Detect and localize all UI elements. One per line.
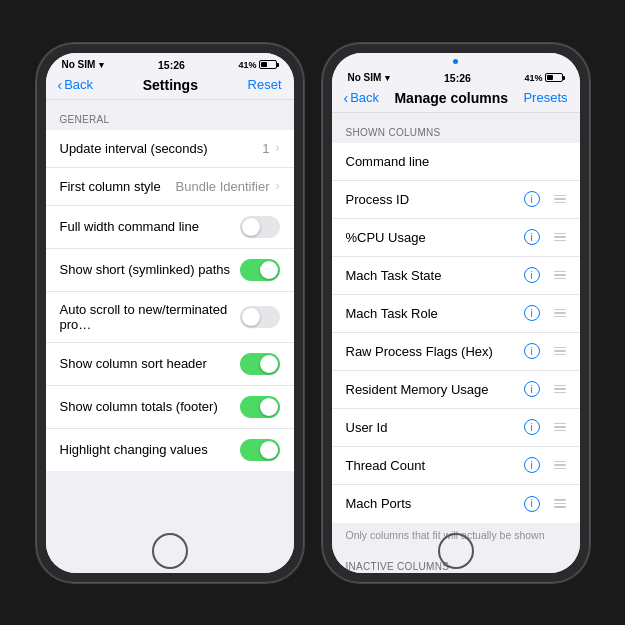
- columns-content: SHOWN COLUMNS Command line Process ID i: [332, 113, 580, 573]
- column-item[interactable]: User Id i: [332, 409, 580, 447]
- back-button-1[interactable]: ‹ Back: [58, 77, 94, 93]
- column-item[interactable]: Thread Count i: [332, 447, 580, 485]
- drag-handle-icon[interactable]: [554, 309, 566, 318]
- chevron-right-icon: ›: [276, 141, 280, 155]
- column-item[interactable]: Resident Memory Usage i: [332, 371, 580, 409]
- column-item[interactable]: Mach Task Role i: [332, 295, 580, 333]
- status-left-2: No SIM ▾: [348, 72, 391, 83]
- toggle-knob: [242, 218, 260, 236]
- drag-handle-icon[interactable]: [554, 347, 566, 356]
- list-item: Show short (symlinked) paths: [46, 249, 294, 292]
- column-label: Thread Count: [346, 458, 524, 473]
- info-button[interactable]: i: [524, 496, 540, 512]
- nav-title-1: Settings: [143, 77, 198, 93]
- column-actions: i: [524, 343, 566, 359]
- list-item: Show column sort header: [46, 343, 294, 386]
- column-label: Command line: [346, 154, 566, 169]
- drag-handle-icon[interactable]: [554, 233, 566, 242]
- presets-button[interactable]: Presets: [523, 90, 567, 105]
- toggle-sort-header[interactable]: [240, 353, 280, 375]
- item-label: Show column totals (footer): [60, 399, 240, 414]
- drag-handle-icon[interactable]: [554, 195, 566, 204]
- column-actions: i: [524, 381, 566, 397]
- column-label: Raw Process Flags (Hex): [346, 344, 524, 359]
- column-item[interactable]: Mach Ports i: [332, 485, 580, 523]
- toggle-short-paths[interactable]: [240, 259, 280, 281]
- column-actions: i: [524, 305, 566, 321]
- nav-bar-1: ‹ Back Settings Reset: [46, 73, 294, 100]
- column-item[interactable]: Process ID i: [332, 181, 580, 219]
- home-button-1[interactable]: [152, 533, 188, 569]
- drag-handle-icon[interactable]: [554, 499, 566, 508]
- list-item[interactable]: Update interval (seconds) 1 ›: [46, 130, 294, 168]
- column-item[interactable]: Command line: [332, 143, 580, 181]
- column-actions: i: [524, 457, 566, 473]
- settings-content: GENERAL Update interval (seconds) 1 › Fi…: [46, 100, 294, 573]
- info-button[interactable]: i: [524, 305, 540, 321]
- info-button[interactable]: i: [524, 191, 540, 207]
- back-chevron-1: ‹: [58, 77, 63, 93]
- battery-pct-1: 41%: [238, 60, 256, 70]
- back-button-2[interactable]: ‹ Back: [344, 90, 380, 106]
- info-button[interactable]: i: [524, 381, 540, 397]
- info-button[interactable]: i: [524, 229, 540, 245]
- nav-bar-2: ‹ Back Manage columns Presets: [332, 86, 580, 113]
- phone-settings: No SIM ▾ 15:26 41% ‹ Back Settings: [36, 43, 304, 583]
- carrier-2: No SIM: [348, 72, 382, 83]
- info-button[interactable]: i: [524, 419, 540, 435]
- back-label-2: Back: [350, 90, 379, 105]
- column-label: Mach Task State: [346, 268, 524, 283]
- info-button[interactable]: i: [524, 343, 540, 359]
- battery-fill-2: [547, 75, 553, 80]
- reset-button[interactable]: Reset: [248, 77, 282, 92]
- toggle-highlight[interactable]: [240, 439, 280, 461]
- general-header: GENERAL: [46, 100, 294, 130]
- battery-pct-2: 41%: [524, 73, 542, 83]
- toggle-knob: [260, 398, 278, 416]
- list-item: Full width command line: [46, 206, 294, 249]
- shown-header: SHOWN COLUMNS: [332, 113, 580, 143]
- toggle-knob: [260, 441, 278, 459]
- shown-columns-list: Command line Process ID i %CPU Usage: [332, 143, 580, 523]
- toggle-knob: [260, 355, 278, 373]
- phone2-screen: No SIM ▾ 15:26 41% ‹ Back Manage columns: [332, 53, 580, 573]
- column-item[interactable]: Raw Process Flags (Hex) i: [332, 333, 580, 371]
- column-label: Process ID: [346, 192, 524, 207]
- item-label: Auto scroll to new/terminated pro…: [60, 302, 240, 332]
- column-actions: i: [524, 419, 566, 435]
- status-left-1: No SIM ▾: [62, 59, 105, 70]
- item-label: Highlight changing values: [60, 442, 240, 457]
- list-item[interactable]: First column style Bundle Identifier ›: [46, 168, 294, 206]
- column-item[interactable]: Mach Task State i: [332, 257, 580, 295]
- toggle-knob: [260, 261, 278, 279]
- drag-handle-icon[interactable]: [554, 271, 566, 280]
- chevron-right-icon: ›: [276, 179, 280, 193]
- item-label: Show short (symlinked) paths: [60, 262, 240, 277]
- item-label: Show column sort header: [60, 356, 240, 371]
- time-1: 15:26: [158, 59, 185, 71]
- drag-handle-icon[interactable]: [554, 461, 566, 470]
- toggle-totals[interactable]: [240, 396, 280, 418]
- list-item: Highlight changing values: [46, 429, 294, 471]
- item-label: First column style: [60, 179, 176, 194]
- info-button[interactable]: i: [524, 457, 540, 473]
- dot-container: [332, 53, 580, 66]
- column-actions: i: [524, 267, 566, 283]
- phone-columns: No SIM ▾ 15:26 41% ‹ Back Manage columns: [322, 43, 590, 583]
- toggle-full-width[interactable]: [240, 216, 280, 238]
- settings-list: Update interval (seconds) 1 › First colu…: [46, 130, 294, 471]
- list-item: Show column totals (footer): [46, 386, 294, 429]
- item-value: 1: [262, 141, 269, 156]
- dot-indicator: [453, 59, 458, 64]
- drag-handle-icon[interactable]: [554, 423, 566, 432]
- column-item[interactable]: %CPU Usage i: [332, 219, 580, 257]
- status-right-1: 41%: [238, 60, 277, 70]
- toggle-auto-scroll[interactable]: [240, 306, 280, 328]
- toggle-knob: [242, 308, 260, 326]
- column-actions: i: [524, 229, 566, 245]
- status-bar-1: No SIM ▾ 15:26 41%: [46, 53, 294, 73]
- info-button[interactable]: i: [524, 267, 540, 283]
- home-button-2[interactable]: [438, 533, 474, 569]
- nav-title-2: Manage columns: [394, 90, 508, 106]
- drag-handle-icon[interactable]: [554, 385, 566, 394]
